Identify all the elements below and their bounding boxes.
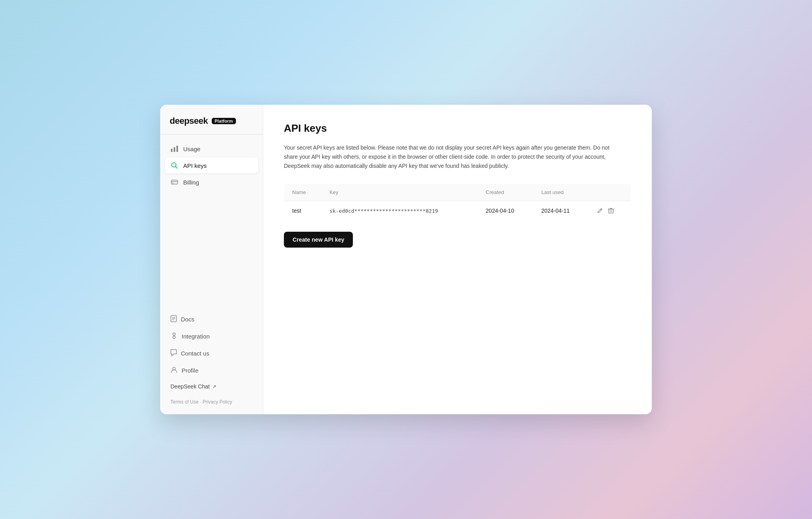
svg-point-12 bbox=[173, 333, 175, 335]
contact-icon bbox=[170, 349, 177, 358]
sidebar-item-billing[interactable]: Billing bbox=[165, 174, 258, 190]
sidebar-item-docs[interactable]: Docs bbox=[165, 311, 258, 327]
edit-icon[interactable] bbox=[597, 208, 603, 214]
svg-rect-7 bbox=[172, 183, 174, 184]
sidebar-item-usage[interactable]: Usage bbox=[165, 141, 258, 157]
privacy-policy-link[interactable]: Privacy Policy bbox=[203, 399, 232, 405]
integration-icon bbox=[170, 332, 178, 340]
svg-point-13 bbox=[173, 336, 175, 338]
docs-icon bbox=[170, 315, 177, 323]
row-key: sk-ed0cd***********************8219 bbox=[322, 201, 478, 221]
external-link-icon: ↗ bbox=[212, 384, 216, 390]
svg-line-4 bbox=[176, 167, 178, 169]
sidebar-item-integration[interactable]: Integration bbox=[165, 328, 258, 344]
sidebar-item-contact-label: Contact us bbox=[181, 350, 209, 357]
sidebar-item-docs-label: Docs bbox=[181, 316, 194, 323]
row-name: test bbox=[284, 201, 322, 221]
table-row: test sk-ed0cd***********************8219… bbox=[284, 201, 631, 221]
sidebar-bottom: Docs Integration bbox=[160, 311, 263, 405]
svg-line-17 bbox=[601, 209, 601, 210]
sidebar-item-profile-label: Profile bbox=[182, 367, 199, 374]
sidebar-item-usage-label: Usage bbox=[183, 146, 200, 152]
sidebar-footer: Terms of Use · Privacy Policy bbox=[165, 394, 258, 405]
api-keys-table: Name Key Created Last used test sk-ed0cd… bbox=[284, 183, 631, 221]
search-icon bbox=[170, 161, 178, 169]
app-window: deepseek Platform Usage bbox=[160, 105, 652, 414]
sidebar: deepseek Platform Usage bbox=[160, 105, 263, 414]
description-text: Your secret API keys are listed below. P… bbox=[284, 143, 625, 171]
deepseek-chat-label: DeepSeek Chat bbox=[170, 383, 210, 390]
svg-rect-5 bbox=[171, 180, 178, 184]
sidebar-item-integration-label: Integration bbox=[182, 333, 210, 340]
row-actions bbox=[589, 201, 631, 221]
logo-area: deepseek Platform bbox=[160, 116, 263, 135]
sidebar-item-api-keys-label: API keys bbox=[183, 162, 207, 169]
table-header-row: Name Key Created Last used bbox=[284, 184, 631, 201]
bar-chart-icon bbox=[170, 145, 178, 153]
billing-icon bbox=[170, 178, 178, 186]
deepseek-chat-link[interactable]: DeepSeek Chat ↗ bbox=[165, 379, 258, 394]
svg-marker-15 bbox=[171, 350, 176, 356]
col-last-used: Last used bbox=[533, 184, 589, 201]
logo-badge: Platform bbox=[212, 118, 236, 124]
profile-icon bbox=[170, 366, 178, 375]
sidebar-item-contact[interactable]: Contact us bbox=[165, 345, 258, 361]
svg-rect-0 bbox=[171, 149, 172, 152]
row-last-used: 2024-04-11 bbox=[533, 201, 589, 221]
row-created: 2024-04-10 bbox=[478, 201, 533, 221]
svg-rect-2 bbox=[176, 146, 178, 152]
sidebar-item-api-keys[interactable]: API keys bbox=[165, 158, 258, 173]
create-api-key-button[interactable]: Create new API key bbox=[284, 232, 353, 248]
page-title: API keys bbox=[284, 122, 631, 135]
svg-rect-1 bbox=[174, 147, 175, 152]
delete-icon[interactable] bbox=[608, 208, 614, 214]
terms-of-use-link[interactable]: Terms of Use bbox=[170, 399, 199, 405]
main-content: API keys Your secret API keys are listed… bbox=[263, 105, 652, 414]
svg-rect-18 bbox=[609, 209, 613, 213]
col-name: Name bbox=[284, 184, 322, 201]
sidebar-nav: Usage API keys bbox=[160, 141, 263, 222]
sidebar-item-profile[interactable]: Profile bbox=[165, 362, 258, 379]
logo-text: deepseek bbox=[170, 116, 208, 126]
col-actions bbox=[589, 184, 631, 201]
col-key: Key bbox=[322, 184, 478, 201]
col-created: Created bbox=[478, 184, 533, 201]
sidebar-item-billing-label: Billing bbox=[183, 179, 199, 186]
